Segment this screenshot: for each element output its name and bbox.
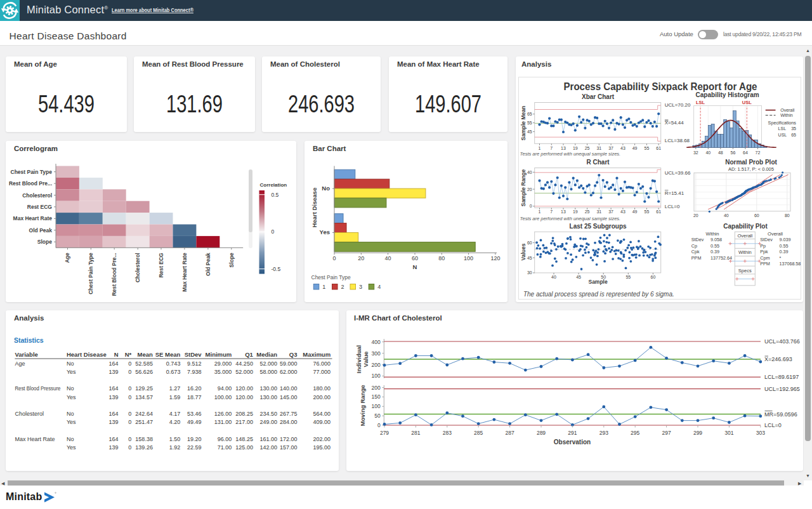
svg-text:No: No	[322, 185, 330, 192]
svg-text:100: 100	[372, 373, 381, 379]
svg-text:0: 0	[332, 255, 336, 261]
svg-text:No: No	[67, 385, 74, 392]
svg-text:289: 289	[537, 430, 546, 436]
svg-text:72: 72	[756, 150, 761, 155]
svg-text:0: 0	[128, 411, 131, 417]
svg-text:Age: Age	[65, 253, 71, 263]
svg-text:1: 1	[539, 209, 541, 214]
svg-text:Yes: Yes	[67, 444, 76, 451]
svg-text:40: 40	[724, 213, 729, 218]
svg-text:AD: 1.517, P: < 0.005: AD: 1.517, P: < 0.005	[728, 166, 774, 172]
svg-text:59.000: 59.000	[280, 360, 298, 367]
svg-text:0.5: 0.5	[272, 192, 279, 198]
svg-text:7.938: 7.938	[187, 369, 202, 375]
svg-text:PPM: PPM	[760, 261, 770, 267]
svg-text:UCL=403.766: UCL=403.766	[764, 338, 800, 345]
svg-text:SE Mean: SE Mean	[155, 351, 181, 358]
svg-text:96.00: 96.00	[218, 436, 232, 442]
svg-text:3: 3	[359, 284, 362, 290]
svg-text:Median: Median	[256, 351, 277, 358]
svg-text:LSL: LSL	[778, 126, 787, 131]
svg-text:0: 0	[128, 436, 131, 442]
svg-text:49.49: 49.49	[187, 419, 202, 425]
svg-text:Normal Prob Plot: Normal Prob Plot	[725, 159, 777, 166]
svg-text:284.00: 284.00	[280, 419, 298, 425]
svg-text:LCL=38.68: LCL=38.68	[665, 138, 690, 143]
svg-text:29.000: 29.000	[214, 360, 232, 367]
svg-text:N: N	[413, 263, 417, 270]
svg-text:195.00: 195.00	[313, 444, 331, 451]
svg-text:0: 0	[128, 385, 131, 392]
svg-text:USL: USL	[742, 100, 752, 105]
svg-text:0.55: 0.55	[710, 243, 719, 249]
svg-text:44.250: 44.250	[235, 360, 253, 367]
svg-text:Cholesterol: Cholesterol	[22, 192, 52, 199]
svg-text:Heart Disease: Heart Disease	[67, 351, 107, 358]
svg-text:164: 164	[108, 411, 118, 417]
svg-text:303: 303	[756, 430, 765, 436]
svg-text:19: 19	[573, 146, 578, 150]
svg-text:65: 65	[527, 112, 532, 116]
svg-text:LCL=0: LCL=0	[764, 422, 782, 428]
svg-text:Minimum: Minimum	[206, 351, 232, 358]
svg-text:N: N	[114, 351, 119, 358]
svg-text:Mean: Mean	[138, 351, 153, 358]
svg-text:UCL=70.20: UCL=70.20	[665, 102, 691, 108]
svg-text:No: No	[67, 411, 74, 417]
svg-text:Rest Blood Pre...: Rest Blood Pre...	[9, 180, 52, 187]
svg-text:300: 300	[372, 350, 381, 357]
svg-text:Overall: Overall	[737, 233, 752, 239]
svg-text:164: 164	[108, 360, 118, 367]
svg-text:291: 291	[568, 430, 577, 436]
svg-text:Value: Value	[362, 352, 369, 367]
svg-text:Heart Disease: Heart Disease	[311, 188, 318, 228]
svg-text:55: 55	[645, 209, 650, 214]
svg-text:LCL=0: LCL=0	[665, 204, 680, 209]
svg-text:Rest Blood Pre...: Rest Blood Pre...	[111, 253, 117, 296]
svg-text:52.000: 52.000	[260, 360, 278, 367]
svg-text:217.00: 217.00	[235, 419, 253, 425]
svg-text:19.20: 19.20	[187, 436, 202, 442]
svg-text:Cholesterol: Cholesterol	[134, 253, 141, 282]
svg-text:StDev: StDev	[760, 237, 773, 242]
svg-text:100: 100	[464, 255, 473, 261]
svg-text:Within: Within	[738, 249, 752, 255]
svg-text:61: 61	[656, 146, 661, 150]
svg-text:0: 0	[530, 204, 532, 208]
svg-text:242.64: 242.64	[135, 411, 153, 417]
svg-text:LCL=89.6197: LCL=89.6197	[764, 374, 799, 380]
svg-text:145.00: 145.00	[280, 394, 298, 400]
svg-text:1.27: 1.27	[169, 385, 181, 392]
svg-text:X=246.693: X=246.693	[764, 356, 792, 362]
svg-text:281: 281	[411, 430, 420, 436]
svg-text:61: 61	[656, 209, 661, 214]
svg-text:71.00: 71.00	[218, 444, 232, 451]
svg-text:31: 31	[596, 209, 601, 214]
svg-text:Observation: Observation	[554, 439, 591, 446]
svg-text:Rest Blood Pressure: Rest Blood Pressure	[15, 385, 60, 392]
svg-text:129.25: 129.25	[135, 385, 153, 392]
svg-text:37: 37	[608, 209, 613, 214]
svg-text:202.00: 202.00	[313, 436, 331, 442]
svg-text:142.00: 142.00	[260, 444, 278, 451]
svg-text:4: 4	[377, 284, 381, 290]
svg-text:150: 150	[372, 393, 381, 400]
svg-text:52.585: 52.585	[135, 360, 153, 367]
svg-text:0: 0	[272, 228, 275, 235]
svg-text:293: 293	[599, 430, 608, 436]
svg-text:0: 0	[128, 360, 131, 367]
svg-text:285: 285	[474, 430, 483, 436]
svg-text:60: 60	[754, 213, 759, 218]
svg-text:139: 139	[108, 444, 118, 451]
svg-text:140.00: 140.00	[280, 385, 298, 392]
svg-text:0.39: 0.39	[779, 249, 788, 255]
svg-text:137752.64: 137752.64	[710, 255, 732, 261]
svg-text:279: 279	[380, 430, 389, 436]
svg-text:40: 40	[385, 255, 391, 261]
svg-text:Specs: Specs	[738, 268, 752, 274]
svg-text:164: 164	[108, 385, 118, 392]
svg-text:49: 49	[632, 209, 638, 214]
svg-text:37: 37	[608, 146, 613, 150]
svg-text:139: 139	[108, 394, 118, 400]
svg-text:Max Heart Rate: Max Heart Rate	[13, 215, 53, 221]
